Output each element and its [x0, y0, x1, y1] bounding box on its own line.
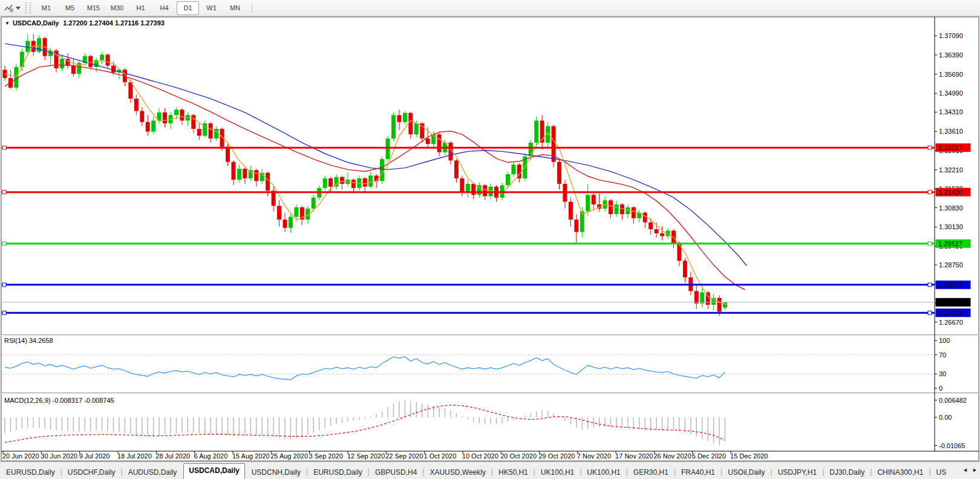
candle-bear	[283, 220, 287, 228]
candle-bear	[694, 291, 699, 303]
macd-axis-tick: -0.01065	[939, 442, 965, 449]
tab-dj30-daily[interactable]: DJ30,Daily	[825, 466, 869, 479]
candle-bear	[592, 195, 596, 204]
macd-axis-tick: 0.006482	[939, 397, 967, 404]
candle-bull	[534, 120, 538, 142]
tab-separator: |	[822, 468, 825, 476]
tab-usdcad-daily[interactable]: USDCAD,Daily	[183, 463, 244, 479]
price-axis-tick: 1.36390	[939, 51, 963, 59]
candle-bear	[363, 178, 367, 187]
candle-bear	[569, 202, 573, 220]
candle-bear	[226, 147, 230, 162]
tab-scroll-left-icon[interactable]: ◄	[961, 466, 969, 474]
tab-ger30-h1[interactable]: GER30,H1	[629, 466, 673, 479]
candle-bear	[351, 180, 356, 188]
hline-price-label: 1.29527	[938, 240, 962, 247]
date-axis-label: 5 Dec 2020	[692, 452, 726, 460]
candle-bull	[25, 41, 30, 52]
date-axis-label: 9 Jul 2020	[79, 452, 110, 460]
hline-price-label: 1.28029	[938, 281, 962, 288]
hline-handle[interactable]	[928, 311, 932, 314]
tab-scroll-right-icon[interactable]: ►	[971, 466, 979, 474]
candle-bull	[289, 217, 293, 228]
candle-bear	[209, 123, 213, 138]
hline-handle[interactable]	[2, 283, 6, 287]
hline-handle[interactable]	[928, 242, 932, 246]
candle-bear	[231, 162, 235, 180]
chart-canvas[interactable]: 1.370901.363901.356901.349901.343101.336…	[0, 0, 980, 479]
hline-handle[interactable]	[2, 146, 6, 149]
date-axis-label: 3 Sep 2020	[309, 452, 343, 460]
tab-usoil-daily[interactable]: USOil,Daily	[723, 466, 769, 479]
hline-handle[interactable]	[928, 283, 932, 287]
candle-bear	[609, 200, 613, 214]
candle-bear	[134, 99, 139, 111]
candle-bear	[483, 185, 487, 196]
date-axis-label: 25 Aug 2020	[270, 452, 308, 460]
candle-bull	[323, 178, 327, 188]
chart-title-ohlc: 1.27200 1.27404 1.27116 1.27393	[63, 19, 165, 27]
candle-bull	[100, 54, 104, 60]
candle-bull	[391, 115, 396, 138]
candle-bear	[243, 169, 247, 178]
candle-bear	[574, 220, 578, 232]
price-axis-tick: 1.26670	[939, 319, 963, 326]
candle-bull	[294, 207, 298, 217]
chart-title: ▼USDCAD,Daily1.27200 1.27404 1.27116 1.2…	[5, 19, 165, 27]
candle-bull	[60, 59, 64, 68]
date-axis-label: 30 Jun 2020	[41, 452, 77, 460]
tab-xauusd-weekly[interactable]: XAUUSD,Weekly	[425, 466, 490, 479]
price-axis-tick: 1.35690	[939, 71, 963, 78]
tab-separator: |	[422, 468, 425, 476]
date-axis-label: 6 Aug 2020	[194, 452, 228, 460]
tab-uk100-h1[interactable]: UK100,H1	[536, 466, 579, 479]
candle-bull	[386, 138, 390, 159]
candle-bull	[237, 169, 241, 180]
tab-separator: |	[491, 468, 494, 476]
candle-bear	[197, 129, 201, 135]
tab-china300-h1[interactable]: CHINA300,H1	[872, 466, 928, 479]
tab-usdchf-daily[interactable]: USDCHF,Daily	[63, 466, 120, 479]
candle-bear	[557, 162, 561, 184]
tab-fra40-h1[interactable]: FRA40,H1	[676, 466, 720, 479]
price-axis-tick: 1.32210	[939, 166, 963, 174]
mt4-terminal: { "toolbar": { "timeframes": ["M1","M5",…	[0, 0, 980, 479]
candle-bear	[471, 184, 475, 195]
candle-bear	[683, 261, 687, 277]
candle-bear	[277, 206, 281, 220]
tab-eurusd-daily[interactable]: EURUSD,Daily	[1, 466, 60, 479]
hline-handle[interactable]	[928, 146, 932, 149]
date-axis-label: 29 Oct 2020	[538, 452, 575, 460]
candle-bear	[266, 173, 270, 191]
tab-uk100-h1[interactable]: UK100,H1	[582, 466, 625, 479]
candle-bear	[328, 178, 333, 187]
date-axis-label: 26 Nov 2020	[653, 452, 691, 460]
tab-overflow-partial[interactable]: US	[932, 466, 952, 479]
candle-bear	[426, 138, 430, 144]
tab-usdjpy-h1[interactable]: USDJPY,H1	[773, 466, 822, 479]
date-axis-label: 28 Jul 2020	[155, 452, 190, 460]
date-axis-label: 15 Dec 2020	[730, 452, 768, 460]
candle-bear	[106, 54, 110, 65]
tab-separator: |	[720, 468, 723, 476]
candle-bear	[71, 66, 76, 74]
candle-bull	[615, 204, 619, 214]
price-axis-tick: 1.28750	[939, 261, 963, 269]
hline-handle[interactable]	[928, 191, 932, 194]
tab-separator: |	[305, 468, 309, 476]
tab-gbpusd-h4[interactable]: GBPUSD,H4	[370, 466, 422, 479]
tab-hk50-h1[interactable]: HK50,H1	[494, 466, 533, 479]
candle-bear	[340, 177, 344, 184]
price-axis-tick: 1.34310	[939, 108, 963, 116]
hline-handle[interactable]	[2, 311, 6, 314]
candle-bear	[655, 229, 659, 233]
date-axis-label: 18 Jul 2020	[117, 452, 152, 460]
hline-handle[interactable]	[2, 242, 6, 246]
tab-usdcnh-daily[interactable]: USDCNH,Daily	[247, 466, 305, 479]
hline-handle[interactable]	[2, 191, 6, 194]
date-axis-label: 22 Sep 2020	[385, 452, 423, 460]
rsi-axis-tick: 70	[939, 351, 946, 359]
tab-audusd-daily[interactable]: AUDUSD,Daily	[123, 466, 182, 479]
collapse-icon[interactable]: ▼	[5, 21, 10, 26]
tab-eurusd-daily[interactable]: EURUSD,Daily	[309, 466, 367, 479]
